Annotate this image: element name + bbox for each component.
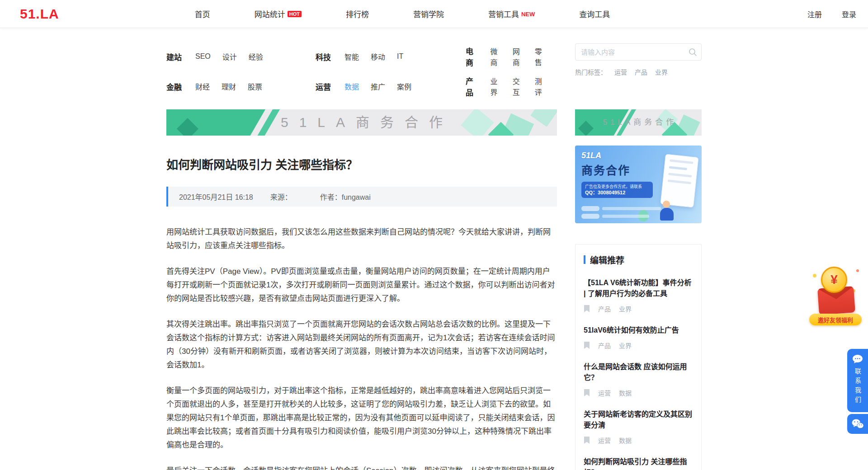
sparkle-decoration [813, 274, 816, 277]
category-link[interactable]: SEO [195, 52, 211, 61]
main-nav: 首页 网站统计HOT 排行榜 营销学院 营销工具NEW 查询工具 [195, 8, 610, 19]
wechat-button[interactable] [847, 414, 868, 434]
hot-tag[interactable]: 产品 [635, 67, 647, 76]
invite-friends-promo[interactable]: ¥ 邀好友领福利 [809, 266, 862, 325]
article-paragraph: 最后关注一下会话数。会话数是指访客在您网站上的会话（Session）次数，即访问… [166, 464, 557, 470]
hot-tag[interactable]: 运营 [614, 67, 627, 76]
business-cooperation-ad[interactable]: 51LA 商务合作 广告位及更多合作方式，请联系 QQ：3008049512 [575, 146, 702, 223]
category-label[interactable]: 电商 [466, 45, 477, 68]
nav-item-marketing-tools[interactable]: 营销工具NEW [488, 8, 535, 19]
category-link[interactable]: 微商 [491, 46, 501, 67]
recommend-tag[interactable]: 产品 [598, 341, 611, 350]
recommend-item: 如何判断网站吸引力 关注哪些指标？ 运营 数据 [584, 456, 693, 470]
whiteboard-illustration [660, 154, 698, 207]
article-date: 2021年05月21日 16:18 [179, 191, 253, 202]
category-group-keji: 科技 智能 移动 IT [316, 45, 466, 68]
category-group-dianshang: 电商 微商 网商 零售 [466, 45, 557, 68]
category-link[interactable]: 测评 [535, 75, 545, 97]
side-ad-banner[interactable]: 51LA商务合作 [575, 109, 702, 136]
bookmark-icon [584, 305, 590, 312]
bookmark-icon [584, 342, 590, 349]
editor-recommend-card: 编辑推荐 【51LA V6统计新功能】事件分析 | 了解用户行为的必备工具 产品… [575, 244, 702, 470]
category-link[interactable]: 经验 [249, 51, 263, 62]
promo-text-block: 51LA 商务合作 广告位及更多合作方式，请联系 QQ：3008049512 [581, 151, 653, 198]
nav-item-stats[interactable]: 网站统计HOT [255, 8, 302, 19]
category-group-yunying: 运营 数据 推广 案例 [316, 75, 466, 98]
category-group-chanpin: 产品 业界 交互 测评 [466, 75, 557, 98]
category-link[interactable]: 案例 [397, 81, 411, 92]
category-label[interactable]: 建站 [166, 51, 182, 62]
search-box [575, 43, 702, 61]
recommend-tag[interactable]: 业界 [619, 304, 632, 313]
sparkle-decoration [856, 269, 859, 272]
recommend-title: 编辑推荐 [590, 254, 624, 266]
new-badge: NEW [521, 11, 535, 18]
recommend-tag[interactable]: 业界 [619, 341, 632, 350]
hot-tag[interactable]: 业界 [655, 67, 668, 76]
recommend-item-tags: 运营 数据 [584, 436, 693, 445]
recommend-item-title[interactable]: 51laV6统计如何有效防止广告 [584, 325, 693, 336]
recommend-tag[interactable]: 运营 [598, 436, 611, 445]
category-link[interactable]: 移动 [371, 51, 385, 62]
category-link[interactable]: 股票 [248, 81, 262, 92]
recommend-item: 什么是网站会话数 应该如何运用它？ 运营 数据 [584, 362, 693, 397]
recommend-item: 关于网站新老访客的定义及其区别要分清 运营 数据 [584, 409, 693, 445]
category-link[interactable]: 推广 [371, 81, 385, 92]
category-link[interactable]: 零售 [535, 46, 545, 67]
category-label[interactable]: 科技 [316, 51, 331, 62]
category-group-jinrong: 金融 财经 理财 股票 [166, 75, 316, 98]
recommend-item-title[interactable]: 【51LA V6统计新功能】事件分析 | 了解用户行为的必备工具 [584, 277, 693, 299]
article-author: 作者：fungawai [320, 191, 371, 202]
category-link[interactable]: 智能 [344, 51, 359, 62]
nav-item-query-tools[interactable]: 查询工具 [579, 8, 610, 19]
nav-item-home[interactable]: 首页 [195, 8, 210, 19]
recommend-tag[interactable]: 产品 [598, 304, 611, 313]
wechat-icon [851, 418, 864, 429]
recommend-item-title[interactable]: 关于网站新老访客的定义及其区别要分清 [584, 409, 693, 431]
category-nav: 建站 SEO 设计 经验 科技 智能 移动 IT 电商 微商 网商 零售 金融 … [166, 43, 557, 98]
nav-item-ranking[interactable]: 排行榜 [346, 8, 369, 19]
category-link[interactable]: 交互 [513, 75, 523, 97]
nav-item-academy[interactable]: 营销学院 [413, 8, 444, 19]
search-icon[interactable] [688, 47, 697, 56]
category-link[interactable]: IT [397, 52, 403, 61]
recommend-item: 【51LA V6统计新功能】事件分析 | 了解用户行为的必备工具 产品 业界 [584, 277, 693, 313]
banner-text: 51LA商务合作 [166, 109, 557, 136]
category-link[interactable]: 理财 [222, 81, 236, 92]
category-link[interactable]: 设计 [222, 51, 237, 62]
contact-us-widget[interactable]: 联系我们 [847, 349, 868, 412]
recommend-item-title[interactable]: 如何判断网站吸引力 关注哪些指标？ [584, 456, 693, 470]
category-label[interactable]: 产品 [466, 75, 477, 98]
person-illustration [663, 201, 670, 208]
category-label[interactable]: 金融 [166, 81, 182, 92]
person-illustration [660, 208, 674, 221]
recommend-header: 编辑推荐 [584, 254, 693, 266]
invite-ribbon-label: 邀好友领福利 [809, 314, 862, 325]
search-input[interactable] [575, 43, 702, 61]
hot-badge: HOT [288, 11, 302, 17]
article-paragraph: 首先得关注PV（Page View）。PV即页面浏览量或点击量，衡量网站用户访问… [166, 265, 557, 306]
hot-tags-label: 热门标签： [575, 67, 607, 76]
recommend-item-tags: 产品 业界 [584, 341, 693, 350]
category-link[interactable]: 业界 [491, 75, 501, 97]
register-link[interactable]: 注册 [807, 9, 822, 19]
recommend-item: 51laV6统计如何有效防止广告 产品 业界 [584, 325, 693, 350]
login-link[interactable]: 登录 [842, 9, 856, 19]
recommend-item-title[interactable]: 什么是网站会话数 应该如何运用它？ [584, 362, 693, 383]
banner-text: 51LA商务合作 [575, 109, 702, 136]
sidebar-column: 51LA 商务合作 广告位及更多合作方式，请联系 QQ：3008049512 编… [575, 136, 702, 470]
article-title: 如何判断网站吸引力 关注哪些指标？ [166, 155, 557, 172]
site-logo[interactable]: 51.LA [20, 6, 59, 22]
category-link[interactable]: 网商 [513, 46, 523, 67]
recommend-tag[interactable]: 数据 [619, 388, 632, 397]
main-ad-banner[interactable]: 51LA商务合作 [166, 109, 557, 136]
recommend-tag[interactable]: 运营 [598, 388, 611, 397]
page-container: 建站 SEO 设计 经验 科技 智能 移动 IT 电商 微商 网商 零售 金融 … [166, 43, 702, 470]
category-label[interactable]: 运营 [316, 81, 331, 92]
article-paragraph: 用网站统计工具获取访问数据后，我们又该怎么用这些数据来判断自己网站的情况呢？今天… [166, 226, 557, 253]
auth-links: 注册 登录 [807, 9, 856, 19]
recommend-tag[interactable]: 数据 [619, 436, 632, 445]
contact-us-label: 联系我们 [853, 368, 862, 406]
category-link[interactable]: 财经 [195, 81, 210, 92]
category-link-active[interactable]: 数据 [344, 81, 359, 92]
